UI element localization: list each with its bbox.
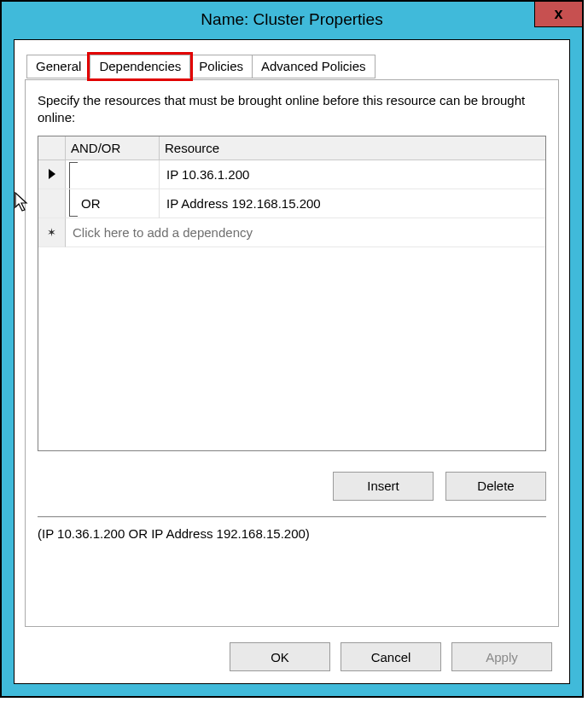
cell-andor[interactable]: OR	[66, 189, 160, 218]
tab-general[interactable]: General	[26, 55, 90, 78]
cell-resource[interactable]: IP 10.36.1.200	[160, 160, 545, 189]
grid-header-resource: Resource	[160, 136, 545, 160]
grid-header-handle	[38, 136, 66, 160]
grid-row[interactable]: OR IP Address 192.168.15.200	[38, 189, 545, 218]
close-button[interactable]: x	[534, 2, 582, 27]
client-area: General Dependencies Policies Advanced P…	[14, 39, 570, 684]
cell-resource[interactable]: IP Address 192.168.15.200	[160, 189, 545, 218]
instruction-text: Specify the resources that must be broug…	[38, 92, 546, 127]
dependencies-grid[interactable]: AND/OR Resource IP 10.36.1.200 OR	[38, 136, 546, 451]
dialog-buttons: OK Cancel Apply	[230, 642, 552, 671]
grid-new-row[interactable]: ✶ Click here to add a dependency	[38, 218, 545, 247]
row-selector[interactable]	[38, 189, 66, 218]
tab-advanced-policies[interactable]: Advanced Policies	[252, 55, 376, 78]
grid-buttons: Insert Delete	[38, 472, 546, 501]
separator	[38, 516, 546, 518]
grid-header-andor: AND/OR	[66, 136, 160, 160]
tab-panel-dependencies: Specify the resources that must be broug…	[25, 79, 559, 627]
row-selector[interactable]	[38, 160, 66, 189]
close-icon: x	[554, 5, 562, 23]
apply-button[interactable]: Apply	[451, 642, 552, 671]
tab-policies[interactable]: Policies	[189, 55, 253, 78]
new-row-icon: ✶	[47, 226, 56, 239]
tab-strip: General Dependencies Policies Advanced P…	[26, 54, 375, 78]
cell-andor[interactable]	[66, 160, 160, 189]
row-selector[interactable]: ✶	[38, 218, 66, 247]
cancel-button[interactable]: Cancel	[341, 642, 441, 671]
insert-button[interactable]: Insert	[333, 472, 434, 501]
tab-dependencies[interactable]: Dependencies	[90, 55, 190, 78]
grid-row[interactable]: IP 10.36.1.200	[38, 160, 545, 189]
ok-button[interactable]: OK	[230, 642, 330, 671]
current-row-icon	[49, 169, 55, 179]
window-title: Name: Cluster Properties	[201, 10, 382, 29]
delete-button[interactable]: Delete	[445, 472, 546, 501]
window-frame: Name: Cluster Properties x General Depen…	[0, 0, 584, 698]
grid-header: AND/OR Resource	[38, 136, 545, 160]
title-bar: Name: Cluster Properties x	[2, 2, 582, 38]
new-row-hint[interactable]: Click here to add a dependency	[66, 218, 545, 247]
dependency-summary: (IP 10.36.1.200 OR IP Address 192.168.15…	[38, 526, 546, 541]
